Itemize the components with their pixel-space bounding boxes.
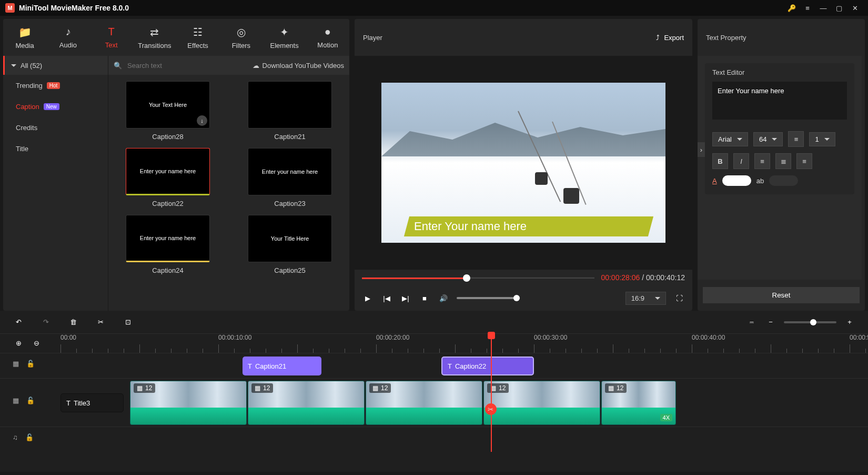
app-title: MiniTool MovieMaker Free 8.0.0: [19, 4, 784, 12]
chevron-down-icon: [11, 62, 16, 70]
video-track[interactable]: ▦🔓 TTitle3▦12▦12▦12▦12▦124X: [0, 378, 868, 427]
video-preview: Enter Your name here: [381, 83, 665, 243]
stop-button[interactable]: ■: [419, 292, 430, 304]
highlight-color-swatch[interactable]: [769, 175, 798, 186]
line-spacing-icon[interactable]: ≡: [788, 131, 804, 147]
collapse-button[interactable]: ›: [698, 142, 705, 157]
asset-caption23[interactable]: Enter your name hereCaption23: [237, 148, 343, 207]
add-track-button[interactable]: ⊕: [13, 337, 24, 349]
category-caption[interactable]: CaptionNew: [3, 96, 108, 117]
clip-title[interactable]: TTitle3: [60, 393, 124, 412]
line-spacing-select[interactable]: 1: [809, 132, 835, 146]
player-panel: Player ⤴ Export Enter Your name here 00:…: [355, 19, 692, 311]
lock-icon[interactable]: 🔓: [25, 433, 34, 441]
zoom-slider[interactable]: [784, 321, 836, 323]
current-time: 00:00:28:06: [601, 273, 640, 282]
film-icon: ▦: [137, 384, 143, 392]
clip-caption21[interactable]: TCaption21: [243, 357, 321, 375]
tab-effects[interactable]: ☷Effects: [176, 19, 219, 56]
align-center-button[interactable]: ≣: [775, 153, 791, 169]
asset-caption24[interactable]: Enter your name hereCaption24: [115, 215, 221, 274]
asset-caption25[interactable]: Your Title HereCaption25: [237, 215, 343, 274]
film-icon: ▦: [255, 384, 260, 392]
snap-button[interactable]: ⎓: [746, 316, 758, 328]
tab-motion[interactable]: ●Motion: [306, 19, 349, 56]
download-youtube-button[interactable]: ☁ Download YouTube Videos: [253, 62, 344, 70]
tab-text[interactable]: TText: [90, 19, 133, 56]
next-button[interactable]: ▶|: [400, 292, 411, 304]
prev-button[interactable]: |◀: [381, 292, 392, 304]
player-stage[interactable]: Enter Your name here: [355, 56, 692, 270]
text-editor-input[interactable]: Enter Your name here: [712, 82, 847, 120]
text-color-swatch[interactable]: [722, 175, 751, 186]
playhead[interactable]: [491, 334, 492, 452]
align-left-button[interactable]: ≡: [754, 153, 770, 169]
text-icon: T: [448, 362, 452, 370]
remove-track-button[interactable]: ⊖: [31, 337, 42, 349]
font-select[interactable]: Arial: [712, 132, 748, 146]
zoom-out-button[interactable]: −: [765, 316, 776, 328]
asset-caption28[interactable]: Your Text Here↓Caption28: [115, 81, 221, 141]
export-icon: ⤴: [656, 34, 660, 42]
tab-audio[interactable]: ♪Audio: [46, 19, 89, 56]
key-icon[interactable]: 🔑: [784, 0, 800, 16]
aspect-ratio-select[interactable]: 16:9: [625, 292, 666, 305]
split-button[interactable]: ✂: [95, 316, 106, 328]
tab-elements[interactable]: ✦Elements: [263, 19, 306, 56]
track-icon: ▦: [13, 397, 19, 404]
category-credits[interactable]: Credits: [3, 117, 108, 138]
tab-transitions[interactable]: ⇄Transitions: [133, 19, 176, 56]
lock-icon[interactable]: 🔓: [26, 397, 35, 404]
volume-icon[interactable]: 🔊: [438, 292, 449, 304]
audio-track[interactable]: ♫🔓: [0, 427, 868, 452]
delete-button[interactable]: 🗑: [67, 316, 79, 328]
close-button[interactable]: ✕: [847, 0, 863, 16]
bold-button[interactable]: B: [712, 153, 728, 169]
film-icon: ▦: [608, 384, 614, 392]
video-clip[interactable]: ▦12: [483, 381, 600, 425]
tab-media[interactable]: 📁Media: [3, 19, 46, 56]
video-clip[interactable]: ▦12: [130, 381, 247, 425]
menu-icon[interactable]: ≡: [800, 0, 815, 16]
italic-button[interactable]: I: [733, 153, 749, 169]
play-button[interactable]: ▶: [362, 292, 374, 304]
export-button[interactable]: ⤴ Export: [656, 34, 684, 42]
zoom-in-button[interactable]: +: [844, 316, 855, 328]
text-color-label: A: [712, 177, 717, 185]
app-logo: M: [5, 3, 15, 13]
download-icon[interactable]: ↓: [197, 115, 207, 126]
tab-filters[interactable]: ◎Filters: [219, 19, 263, 56]
volume-slider[interactable]: [457, 297, 520, 299]
crop-button[interactable]: ⊡: [122, 316, 134, 328]
align-right-button[interactable]: ≡: [796, 153, 812, 169]
fullscreen-button[interactable]: ⛶: [673, 292, 685, 304]
search-input[interactable]: [127, 62, 247, 70]
title-bar: M MiniTool MovieMaker Free 8.0.0 🔑 ≡ — ▢…: [0, 0, 868, 16]
highlight-label: ab: [756, 177, 764, 185]
category-all[interactable]: All (52): [3, 56, 108, 75]
seek-bar[interactable]: 00:00:28:06 / 00:00:40:12: [355, 270, 692, 285]
text-track[interactable]: ▦🔓 TCaption21TCaption22: [0, 353, 868, 378]
redo-button[interactable]: ↷: [40, 316, 52, 328]
asset-caption22[interactable]: Enter your name hereCaption22: [115, 148, 221, 207]
category-all-label: All (52): [21, 62, 42, 70]
film-icon: ▦: [372, 384, 378, 392]
category-title[interactable]: Title: [3, 138, 108, 159]
video-clip[interactable]: ▦12: [248, 381, 365, 425]
video-clip[interactable]: ▦124X: [601, 381, 676, 425]
font-size-select[interactable]: 64: [753, 132, 783, 146]
reset-button[interactable]: Reset: [703, 287, 860, 303]
lock-icon[interactable]: 🔓: [26, 360, 35, 368]
property-panel: Text Property › Text Editor Enter Your n…: [698, 19, 865, 311]
timeline-panel: ↶ ↷ 🗑 ✂ ⊡ ⎓ − + ⊕ ⊖ 00:0000:00:10:0000:0…: [0, 311, 868, 472]
video-clip[interactable]: ▦12: [366, 381, 482, 425]
undo-button[interactable]: ↶: [13, 316, 24, 328]
minimize-button[interactable]: —: [815, 0, 831, 16]
asset-caption21[interactable]: Caption21: [237, 81, 343, 141]
maximize-button[interactable]: ▢: [831, 0, 847, 16]
clip-caption22[interactable]: TCaption22: [441, 357, 534, 375]
youtube-icon: ☁: [253, 62, 259, 70]
timeline-ruler[interactable]: 00:0000:00:10:0000:00:20:0000:00:30:0000…: [60, 334, 868, 353]
category-trending[interactable]: TrendingHot: [3, 75, 108, 96]
cut-marker-icon[interactable]: ✂: [485, 403, 497, 415]
